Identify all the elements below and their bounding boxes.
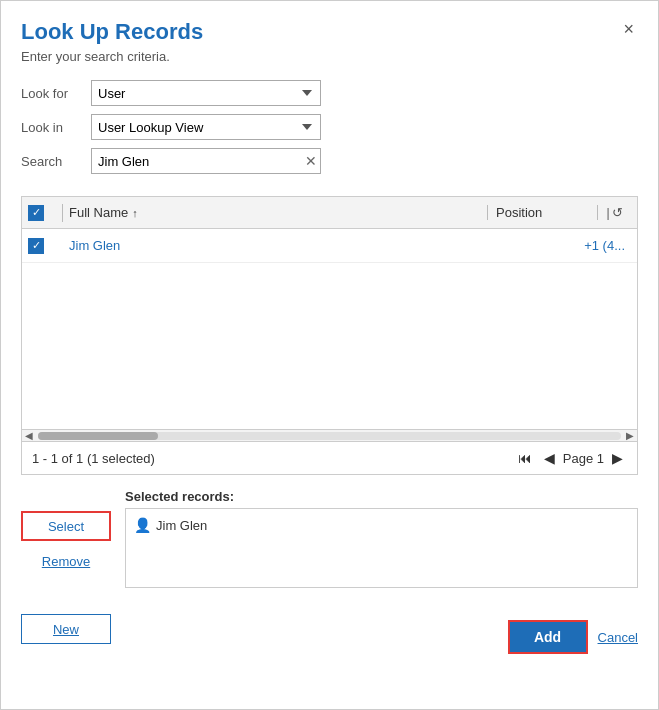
refresh-icon[interactable]: ↺ bbox=[612, 205, 623, 220]
row-checkbox-icon: ✓ bbox=[28, 238, 44, 254]
close-button[interactable]: × bbox=[619, 19, 638, 40]
select-button[interactable]: Select bbox=[21, 511, 111, 541]
look-for-label: Look for bbox=[21, 86, 91, 101]
cancel-button[interactable]: Cancel bbox=[598, 630, 638, 645]
col-position: Position bbox=[487, 205, 597, 220]
search-clear-button[interactable]: ✕ bbox=[305, 154, 317, 168]
results-table: ✓ Full Name ↑ Position | ↺ ✓ Jim Glen +1… bbox=[21, 196, 638, 442]
dialog-header: Look Up Records × bbox=[21, 19, 638, 45]
user-icon: 👤 bbox=[134, 517, 150, 533]
scroll-right-arrow[interactable]: ▶ bbox=[623, 430, 637, 442]
prev-page-button[interactable]: ◀ bbox=[540, 448, 559, 468]
pagination-info: 1 - 1 of 1 (1 selected) bbox=[32, 451, 155, 466]
look-in-row: Look in User Lookup View bbox=[21, 114, 638, 140]
horizontal-scrollbar[interactable]: ◀ ▶ bbox=[22, 429, 637, 441]
pagination-bar: 1 - 1 of 1 (1 selected) ⏮ ◀ Page 1 ▶ bbox=[21, 442, 638, 475]
scroll-left-arrow[interactable]: ◀ bbox=[22, 430, 36, 442]
dialog-title: Look Up Records bbox=[21, 19, 203, 45]
scroll-thumb[interactable] bbox=[38, 432, 158, 440]
header-checkbox-icon: ✓ bbox=[28, 205, 44, 221]
dialog-subtitle: Enter your search criteria. bbox=[21, 49, 638, 64]
footer-actions: Add Cancel bbox=[508, 620, 638, 654]
new-button[interactable]: New bbox=[21, 614, 111, 644]
table-row: ✓ Jim Glen +1 (4... bbox=[22, 229, 637, 263]
header-divider bbox=[62, 204, 63, 222]
selected-item-name: Jim Glen bbox=[156, 518, 207, 533]
row-name[interactable]: Jim Glen bbox=[69, 238, 584, 253]
col-fullname: Full Name ↑ bbox=[69, 205, 487, 220]
selected-item: 👤 Jim Glen bbox=[134, 517, 629, 533]
search-input[interactable] bbox=[91, 148, 321, 174]
add-button[interactable]: Add bbox=[508, 620, 588, 654]
footer-row: New Add Cancel bbox=[21, 604, 638, 654]
selected-box: 👤 Jim Glen bbox=[125, 508, 638, 588]
new-btn-wrapper: New bbox=[21, 614, 111, 644]
search-label: Search bbox=[21, 154, 91, 169]
row-checkbox[interactable]: ✓ bbox=[28, 238, 56, 254]
selected-records-label: Selected records: bbox=[125, 489, 638, 504]
next-page-button[interactable]: ▶ bbox=[608, 448, 627, 468]
row-extra: +1 (4... bbox=[584, 238, 631, 253]
col-separator: | bbox=[606, 206, 609, 220]
selected-section: Select Remove Selected records: 👤 Jim Gl… bbox=[21, 489, 638, 588]
table-body: ✓ Jim Glen +1 (4... bbox=[22, 229, 637, 429]
look-in-label: Look in bbox=[21, 120, 91, 135]
lookup-dialog: Look Up Records × Enter your search crit… bbox=[0, 0, 659, 710]
header-checkbox[interactable]: ✓ bbox=[28, 205, 56, 221]
row-divider bbox=[62, 236, 63, 256]
page-label: Page 1 bbox=[563, 451, 604, 466]
col-actions: | ↺ bbox=[597, 205, 631, 220]
look-in-select[interactable]: User Lookup View bbox=[91, 114, 321, 140]
scroll-track bbox=[38, 432, 621, 440]
selected-panel: Selected records: 👤 Jim Glen bbox=[125, 489, 638, 588]
table-header: ✓ Full Name ↑ Position | ↺ bbox=[22, 197, 637, 229]
look-for-row: Look for User bbox=[21, 80, 638, 106]
look-for-select[interactable]: User bbox=[91, 80, 321, 106]
search-wrapper: ✕ bbox=[91, 148, 321, 174]
remove-button[interactable]: Remove bbox=[21, 547, 111, 575]
first-page-button[interactable]: ⏮ bbox=[514, 448, 536, 468]
pagination-controls: ⏮ ◀ Page 1 ▶ bbox=[514, 448, 627, 468]
selected-actions: Select Remove bbox=[21, 511, 111, 588]
sort-arrow[interactable]: ↑ bbox=[132, 207, 138, 219]
search-row: Search ✕ bbox=[21, 148, 638, 174]
